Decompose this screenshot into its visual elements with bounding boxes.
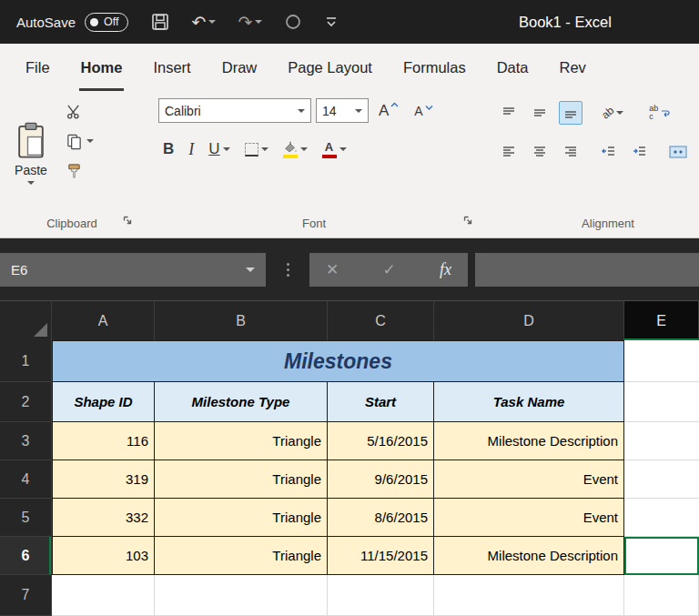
cell-a3[interactable]: 116: [52, 422, 155, 460]
cell-a2-header[interactable]: Shape ID: [52, 382, 155, 422]
cell-a7[interactable]: [52, 575, 155, 616]
paste-button[interactable]: Paste: [5, 93, 56, 209]
cell-d5[interactable]: Event: [434, 499, 624, 537]
cell-b2-header[interactable]: Milestone Type: [155, 382, 328, 422]
cell-d4[interactable]: Event: [434, 460, 624, 499]
cell-e2[interactable]: [624, 382, 699, 422]
tab-home[interactable]: Home: [79, 44, 125, 91]
cell-b5[interactable]: Triangle: [155, 499, 328, 537]
cell-a5[interactable]: 332: [52, 499, 155, 537]
tab-file[interactable]: File: [24, 44, 52, 91]
align-left-button[interactable]: [497, 140, 521, 164]
font-size-dropdown-icon[interactable]: [355, 109, 362, 113]
tab-insert[interactable]: Insert: [151, 44, 192, 91]
redo-dropdown-icon[interactable]: [255, 20, 262, 24]
name-box-dropdown-icon[interactable]: [246, 268, 255, 272]
select-all-button[interactable]: [0, 301, 52, 340]
middle-align-button[interactable]: [528, 101, 552, 125]
column-header-a[interactable]: A: [52, 301, 155, 340]
align-center-button[interactable]: [528, 140, 552, 164]
quick-access-options-button[interactable]: [324, 15, 339, 28]
underline-button[interactable]: U: [204, 136, 234, 163]
row-header-6[interactable]: 6: [0, 537, 52, 575]
row-header-1[interactable]: 1: [0, 340, 52, 382]
increase-indent-button[interactable]: [628, 140, 652, 164]
clipboard-dialog-launcher[interactable]: [122, 213, 133, 229]
cell-b4[interactable]: Triangle: [155, 460, 328, 499]
cell-c4[interactable]: 9/6/2015: [328, 460, 434, 499]
cell-c5[interactable]: 8/6/2015: [328, 499, 434, 537]
row-header-3[interactable]: 3: [0, 422, 52, 460]
cell-c7[interactable]: [328, 575, 434, 616]
cancel-icon[interactable]: ✕: [326, 260, 339, 279]
align-right-button[interactable]: [559, 140, 582, 164]
autosave-toggle[interactable]: AutoSave Off: [16, 13, 128, 32]
increase-font-size-button[interactable]: A: [373, 100, 404, 122]
tab-formulas[interactable]: Formulas: [401, 44, 468, 91]
cell-d6[interactable]: Milestone Description: [434, 537, 624, 575]
tab-review[interactable]: Rev: [558, 44, 588, 91]
undo-dropdown-icon[interactable]: [208, 20, 216, 24]
font-color-button[interactable]: A: [318, 136, 351, 163]
cell-d2-header[interactable]: Task Name: [434, 382, 624, 422]
cut-button[interactable]: [66, 100, 94, 122]
font-dialog-launcher[interactable]: [462, 213, 473, 229]
save-button[interactable]: [150, 12, 170, 32]
column-header-e[interactable]: E: [624, 301, 699, 340]
tab-draw[interactable]: Draw: [220, 44, 259, 91]
cell-b7[interactable]: [155, 575, 328, 616]
cell-a6[interactable]: 103: [52, 537, 155, 575]
underline-dropdown-icon[interactable]: [223, 147, 230, 151]
tab-data[interactable]: Data: [495, 44, 531, 91]
orientation-button[interactable]: ab: [597, 102, 628, 124]
format-painter-button[interactable]: [66, 160, 94, 182]
borders-dropdown-icon[interactable]: [261, 147, 268, 151]
column-header-b[interactable]: B: [155, 301, 328, 340]
cell-a4[interactable]: 319: [52, 460, 155, 499]
insert-function-icon[interactable]: fx: [440, 260, 451, 279]
column-header-c[interactable]: C: [328, 301, 434, 340]
cell-d3[interactable]: Milestone Description: [434, 422, 624, 460]
italic-button[interactable]: I: [184, 136, 198, 163]
row-header-4[interactable]: 4: [0, 460, 52, 499]
bold-button[interactable]: B: [158, 136, 178, 163]
fill-color-button[interactable]: [279, 136, 312, 163]
merge-center-button[interactable]: [664, 140, 692, 164]
bottom-align-button[interactable]: [559, 101, 582, 125]
cell-e3[interactable]: [624, 422, 699, 460]
cell-c2-header[interactable]: Start: [328, 382, 434, 422]
wrap-text-button[interactable]: ab c: [644, 100, 674, 126]
cell-e6-selected[interactable]: [624, 537, 699, 575]
cell-e1[interactable]: [624, 340, 699, 382]
font-size-combobox[interactable]: 14: [316, 98, 369, 123]
cell-b3[interactable]: Triangle: [155, 422, 328, 460]
cell-d7[interactable]: [434, 575, 624, 616]
row-header-5[interactable]: 5: [0, 499, 52, 537]
cell-e5[interactable]: [624, 499, 699, 537]
row-header-7[interactable]: 7: [0, 575, 52, 616]
undo-button[interactable]: ↶: [192, 14, 217, 31]
font-name-combobox[interactable]: Calibri: [158, 98, 311, 123]
enter-icon[interactable]: ✓: [383, 260, 396, 279]
cell-e4[interactable]: [624, 460, 699, 499]
copy-dropdown-icon[interactable]: [86, 139, 94, 143]
row-header-2[interactable]: 2: [0, 382, 52, 422]
cell-a1-milestones-title[interactable]: Milestones: [52, 340, 624, 382]
decrease-font-size-button[interactable]: A: [409, 102, 438, 120]
tab-page-layout[interactable]: Page Layout: [286, 44, 374, 91]
font-color-dropdown-icon[interactable]: [339, 147, 347, 151]
name-box[interactable]: E6: [0, 253, 266, 287]
formula-input[interactable]: [475, 253, 699, 287]
cell-e7[interactable]: [624, 575, 699, 616]
cell-c6[interactable]: 11/15/2015: [328, 537, 434, 575]
sync-status-button[interactable]: [284, 13, 302, 31]
orientation-dropdown-icon[interactable]: [616, 111, 623, 115]
cell-b6[interactable]: Triangle: [155, 537, 328, 575]
fill-color-dropdown-icon[interactable]: [300, 147, 308, 151]
decrease-indent-button[interactable]: [597, 140, 621, 164]
top-align-button[interactable]: [497, 101, 521, 125]
borders-button[interactable]: [240, 136, 273, 163]
cell-c3[interactable]: 5/16/2015: [328, 422, 434, 460]
column-header-d[interactable]: D: [434, 301, 624, 340]
copy-button[interactable]: [66, 130, 94, 152]
